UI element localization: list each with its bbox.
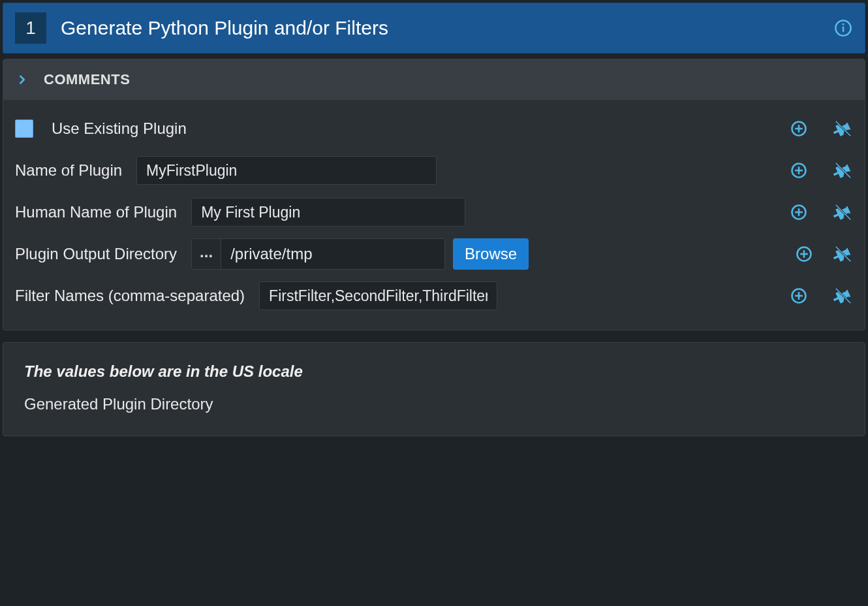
name-of-plugin-input[interactable] xyxy=(136,156,437,185)
filter-names-label: Filter Names (comma-separated) xyxy=(15,287,245,305)
add-icon[interactable] xyxy=(794,244,814,264)
generated-dir-label: Generated Plugin Directory xyxy=(24,395,844,413)
form-panel: COMMENTS Use Existing Plugin xyxy=(3,59,865,330)
unpin-icon[interactable] xyxy=(833,161,853,180)
unpin-icon[interactable] xyxy=(833,202,853,222)
filter-names-input[interactable] xyxy=(259,281,497,310)
add-icon[interactable] xyxy=(789,286,809,306)
name-of-plugin-label: Name of Plugin xyxy=(15,161,122,180)
comments-section-header[interactable]: COMMENTS xyxy=(3,59,865,100)
locale-note: The values below are in the US locale xyxy=(24,362,844,381)
step-number-badge: 1 xyxy=(15,12,46,44)
row-filter-names: Filter Names (comma-separated) xyxy=(15,275,853,317)
add-icon[interactable] xyxy=(789,202,809,222)
header-title: Generate Python Plugin and/or Filters xyxy=(61,17,819,39)
step-number: 1 xyxy=(25,18,36,39)
add-icon[interactable] xyxy=(789,161,809,180)
info-icon[interactable] xyxy=(833,18,853,38)
unpin-icon[interactable] xyxy=(833,244,853,264)
add-icon[interactable] xyxy=(789,119,809,138)
chevron-right-icon[interactable] xyxy=(15,72,29,87)
row-human-name: Human Name of Plugin xyxy=(15,191,853,233)
browse-button[interactable]: Browse xyxy=(453,238,529,270)
path-ellipsis-button[interactable]: ... xyxy=(192,239,221,269)
human-name-input[interactable] xyxy=(191,198,465,227)
human-name-label: Human Name of Plugin xyxy=(15,203,177,221)
output-panel: The values below are in the US locale Ge… xyxy=(3,342,865,436)
output-dir-label: Plugin Output Directory xyxy=(15,245,177,263)
row-output-dir: Plugin Output Directory ... Browse xyxy=(15,233,853,275)
unpin-icon[interactable] xyxy=(833,119,853,138)
use-existing-checkbox[interactable] xyxy=(15,120,33,138)
unpin-icon[interactable] xyxy=(833,286,853,306)
svg-point-2 xyxy=(843,24,845,25)
output-dir-path-field: ... xyxy=(191,238,445,270)
use-existing-label: Use Existing Plugin xyxy=(52,120,187,138)
row-name-of-plugin: Name of Plugin xyxy=(15,150,853,191)
output-dir-input[interactable] xyxy=(221,239,444,269)
comments-label: COMMENTS xyxy=(44,71,130,88)
step-header: 1 Generate Python Plugin and/or Filters xyxy=(3,3,865,54)
row-use-existing: Use Existing Plugin xyxy=(15,108,853,150)
